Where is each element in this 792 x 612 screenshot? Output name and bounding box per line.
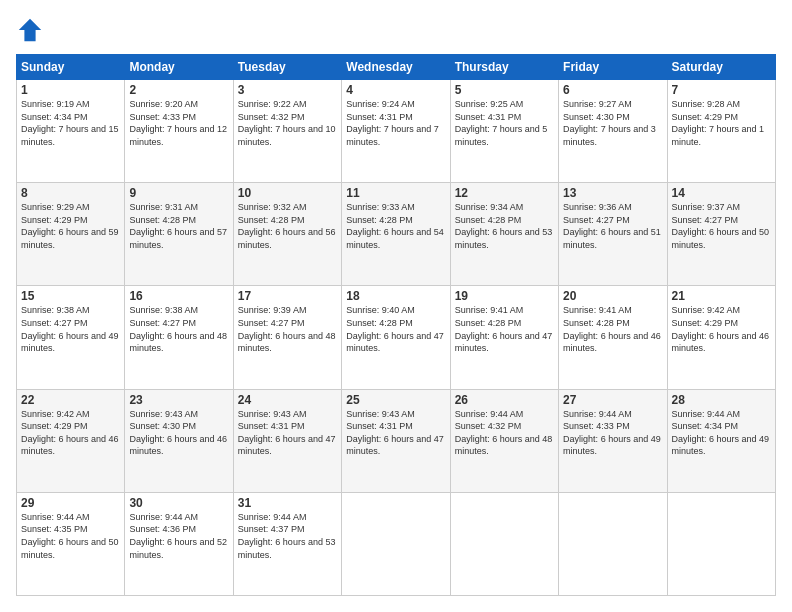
day-number: 3	[238, 83, 337, 97]
day-cell: 5 Sunrise: 9:25 AMSunset: 4:31 PMDayligh…	[450, 80, 558, 183]
day-number: 25	[346, 393, 445, 407]
day-cell	[342, 492, 450, 595]
day-info: Sunrise: 9:42 AMSunset: 4:29 PMDaylight:…	[672, 305, 770, 353]
day-cell: 28 Sunrise: 9:44 AMSunset: 4:34 PMDaylig…	[667, 389, 775, 492]
day-cell: 21 Sunrise: 9:42 AMSunset: 4:29 PMDaylig…	[667, 286, 775, 389]
day-number: 16	[129, 289, 228, 303]
day-cell: 23 Sunrise: 9:43 AMSunset: 4:30 PMDaylig…	[125, 389, 233, 492]
day-info: Sunrise: 9:34 AMSunset: 4:28 PMDaylight:…	[455, 202, 553, 250]
day-number: 29	[21, 496, 120, 510]
day-cell: 8 Sunrise: 9:29 AMSunset: 4:29 PMDayligh…	[17, 183, 125, 286]
day-info: Sunrise: 9:43 AMSunset: 4:30 PMDaylight:…	[129, 409, 227, 457]
day-number: 17	[238, 289, 337, 303]
day-number: 19	[455, 289, 554, 303]
day-number: 12	[455, 186, 554, 200]
day-cell: 31 Sunrise: 9:44 AMSunset: 4:37 PMDaylig…	[233, 492, 341, 595]
day-number: 31	[238, 496, 337, 510]
week-row-4: 22 Sunrise: 9:42 AMSunset: 4:29 PMDaylig…	[17, 389, 776, 492]
day-info: Sunrise: 9:31 AMSunset: 4:28 PMDaylight:…	[129, 202, 227, 250]
day-info: Sunrise: 9:28 AMSunset: 4:29 PMDaylight:…	[672, 99, 765, 147]
day-info: Sunrise: 9:25 AMSunset: 4:31 PMDaylight:…	[455, 99, 548, 147]
day-number: 18	[346, 289, 445, 303]
day-cell	[559, 492, 667, 595]
day-cell: 25 Sunrise: 9:43 AMSunset: 4:31 PMDaylig…	[342, 389, 450, 492]
day-cell: 1 Sunrise: 9:19 AMSunset: 4:34 PMDayligh…	[17, 80, 125, 183]
calendar-header: SundayMondayTuesdayWednesdayThursdayFrid…	[17, 55, 776, 80]
day-cell: 26 Sunrise: 9:44 AMSunset: 4:32 PMDaylig…	[450, 389, 558, 492]
day-number: 11	[346, 186, 445, 200]
day-info: Sunrise: 9:36 AMSunset: 4:27 PMDaylight:…	[563, 202, 661, 250]
logo-icon	[16, 16, 44, 44]
day-info: Sunrise: 9:40 AMSunset: 4:28 PMDaylight:…	[346, 305, 444, 353]
day-cell: 2 Sunrise: 9:20 AMSunset: 4:33 PMDayligh…	[125, 80, 233, 183]
day-number: 22	[21, 393, 120, 407]
page: SundayMondayTuesdayWednesdayThursdayFrid…	[0, 0, 792, 612]
day-number: 4	[346, 83, 445, 97]
day-number: 13	[563, 186, 662, 200]
day-number: 27	[563, 393, 662, 407]
weekday-header-sunday: Sunday	[17, 55, 125, 80]
weekday-header-thursday: Thursday	[450, 55, 558, 80]
day-cell: 7 Sunrise: 9:28 AMSunset: 4:29 PMDayligh…	[667, 80, 775, 183]
day-cell: 18 Sunrise: 9:40 AMSunset: 4:28 PMDaylig…	[342, 286, 450, 389]
day-cell: 29 Sunrise: 9:44 AMSunset: 4:35 PMDaylig…	[17, 492, 125, 595]
day-cell: 15 Sunrise: 9:38 AMSunset: 4:27 PMDaylig…	[17, 286, 125, 389]
day-cell: 17 Sunrise: 9:39 AMSunset: 4:27 PMDaylig…	[233, 286, 341, 389]
day-cell: 27 Sunrise: 9:44 AMSunset: 4:33 PMDaylig…	[559, 389, 667, 492]
svg-marker-0	[19, 19, 41, 41]
week-row-1: 1 Sunrise: 9:19 AMSunset: 4:34 PMDayligh…	[17, 80, 776, 183]
day-number: 28	[672, 393, 771, 407]
day-number: 6	[563, 83, 662, 97]
calendar-table: SundayMondayTuesdayWednesdayThursdayFrid…	[16, 54, 776, 596]
day-cell: 9 Sunrise: 9:31 AMSunset: 4:28 PMDayligh…	[125, 183, 233, 286]
day-number: 9	[129, 186, 228, 200]
weekday-header-wednesday: Wednesday	[342, 55, 450, 80]
day-number: 26	[455, 393, 554, 407]
day-cell: 10 Sunrise: 9:32 AMSunset: 4:28 PMDaylig…	[233, 183, 341, 286]
day-number: 24	[238, 393, 337, 407]
day-info: Sunrise: 9:38 AMSunset: 4:27 PMDaylight:…	[21, 305, 119, 353]
day-info: Sunrise: 9:20 AMSunset: 4:33 PMDaylight:…	[129, 99, 227, 147]
day-cell: 6 Sunrise: 9:27 AMSunset: 4:30 PMDayligh…	[559, 80, 667, 183]
day-number: 2	[129, 83, 228, 97]
day-info: Sunrise: 9:44 AMSunset: 4:34 PMDaylight:…	[672, 409, 770, 457]
week-row-3: 15 Sunrise: 9:38 AMSunset: 4:27 PMDaylig…	[17, 286, 776, 389]
day-info: Sunrise: 9:44 AMSunset: 4:36 PMDaylight:…	[129, 512, 227, 560]
day-cell: 20 Sunrise: 9:41 AMSunset: 4:28 PMDaylig…	[559, 286, 667, 389]
day-info: Sunrise: 9:44 AMSunset: 4:32 PMDaylight:…	[455, 409, 553, 457]
day-info: Sunrise: 9:44 AMSunset: 4:35 PMDaylight:…	[21, 512, 119, 560]
day-number: 15	[21, 289, 120, 303]
day-number: 14	[672, 186, 771, 200]
logo	[16, 16, 48, 44]
day-info: Sunrise: 9:19 AMSunset: 4:34 PMDaylight:…	[21, 99, 119, 147]
weekday-row: SundayMondayTuesdayWednesdayThursdayFrid…	[17, 55, 776, 80]
day-number: 30	[129, 496, 228, 510]
calendar-body: 1 Sunrise: 9:19 AMSunset: 4:34 PMDayligh…	[17, 80, 776, 596]
day-cell: 11 Sunrise: 9:33 AMSunset: 4:28 PMDaylig…	[342, 183, 450, 286]
week-row-5: 29 Sunrise: 9:44 AMSunset: 4:35 PMDaylig…	[17, 492, 776, 595]
weekday-header-tuesday: Tuesday	[233, 55, 341, 80]
day-info: Sunrise: 9:32 AMSunset: 4:28 PMDaylight:…	[238, 202, 336, 250]
weekday-header-saturday: Saturday	[667, 55, 775, 80]
day-cell: 4 Sunrise: 9:24 AMSunset: 4:31 PMDayligh…	[342, 80, 450, 183]
weekday-header-friday: Friday	[559, 55, 667, 80]
day-info: Sunrise: 9:43 AMSunset: 4:31 PMDaylight:…	[346, 409, 444, 457]
day-number: 5	[455, 83, 554, 97]
day-info: Sunrise: 9:29 AMSunset: 4:29 PMDaylight:…	[21, 202, 119, 250]
day-cell: 22 Sunrise: 9:42 AMSunset: 4:29 PMDaylig…	[17, 389, 125, 492]
day-info: Sunrise: 9:41 AMSunset: 4:28 PMDaylight:…	[563, 305, 661, 353]
day-info: Sunrise: 9:27 AMSunset: 4:30 PMDaylight:…	[563, 99, 656, 147]
day-number: 10	[238, 186, 337, 200]
day-cell	[667, 492, 775, 595]
day-info: Sunrise: 9:33 AMSunset: 4:28 PMDaylight:…	[346, 202, 444, 250]
day-info: Sunrise: 9:24 AMSunset: 4:31 PMDaylight:…	[346, 99, 439, 147]
day-cell	[450, 492, 558, 595]
day-info: Sunrise: 9:42 AMSunset: 4:29 PMDaylight:…	[21, 409, 119, 457]
day-cell: 24 Sunrise: 9:43 AMSunset: 4:31 PMDaylig…	[233, 389, 341, 492]
day-info: Sunrise: 9:38 AMSunset: 4:27 PMDaylight:…	[129, 305, 227, 353]
day-info: Sunrise: 9:43 AMSunset: 4:31 PMDaylight:…	[238, 409, 336, 457]
day-cell: 14 Sunrise: 9:37 AMSunset: 4:27 PMDaylig…	[667, 183, 775, 286]
day-number: 21	[672, 289, 771, 303]
header	[16, 16, 776, 44]
day-cell: 13 Sunrise: 9:36 AMSunset: 4:27 PMDaylig…	[559, 183, 667, 286]
